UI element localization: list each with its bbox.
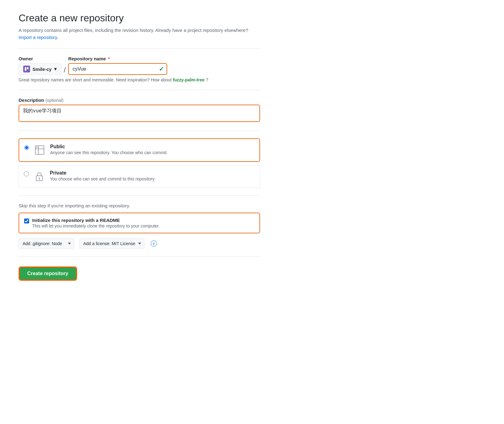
description-input[interactable]: 我的vue学习项目 bbox=[19, 105, 260, 122]
private-repo-icon bbox=[33, 170, 46, 183]
public-option-content: Public Anyone can see this repository. Y… bbox=[50, 144, 168, 155]
slash-separator: / bbox=[64, 66, 66, 74]
description-group: Description (optional) 我的vue学习项目 bbox=[19, 97, 260, 123]
private-option-content: Private You choose who can see and commi… bbox=[50, 170, 155, 181]
svg-rect-1 bbox=[27, 67, 28, 69]
owner-name: Smile-cy bbox=[33, 67, 52, 72]
repo-name-field: Repository name * ✓ bbox=[68, 56, 167, 75]
page-subtitle: A repository contains all project files,… bbox=[19, 27, 260, 41]
divider-top bbox=[19, 48, 260, 49]
divider-visibility bbox=[19, 131, 260, 131]
repo-name-wrap: ✓ bbox=[68, 63, 167, 75]
private-radio[interactable] bbox=[24, 171, 29, 176]
readme-checkbox[interactable] bbox=[24, 218, 29, 223]
readme-title: Initialize this repository with a README bbox=[32, 218, 160, 223]
readme-desc: This will let you immediately clone the … bbox=[32, 223, 160, 228]
public-option-desc: Anyone can see this repository. You choo… bbox=[50, 150, 168, 155]
divider-description bbox=[19, 90, 260, 90]
owner-label: Owner bbox=[19, 56, 61, 61]
svg-point-5 bbox=[36, 147, 37, 148]
owner-field: Owner Smile-cy ▾ bbox=[19, 56, 61, 75]
svg-rect-0 bbox=[25, 67, 26, 71]
import-link[interactable]: Import a repository. bbox=[19, 35, 58, 40]
public-option[interactable]: Public Anyone can see this repository. Y… bbox=[19, 138, 260, 162]
public-option-title: Public bbox=[50, 144, 168, 149]
description-label: Description (optional) bbox=[19, 97, 260, 103]
owner-repo-row: Owner Smile-cy ▾ / Repository name * ✓ bbox=[19, 56, 260, 75]
repo-name-label: Repository name * bbox=[68, 56, 167, 61]
divider-init bbox=[19, 195, 260, 196]
readme-content: Initialize this repository with a README… bbox=[32, 218, 160, 228]
dropdowns-row: Add .gitignore: Node None Python Java Ad… bbox=[19, 238, 260, 249]
create-repository-button[interactable]: Create repository bbox=[19, 267, 76, 280]
dropdown-arrow-icon: ▾ bbox=[54, 66, 57, 72]
private-option-desc: You choose who can see and commit to thi… bbox=[50, 176, 155, 181]
required-indicator: * bbox=[108, 56, 110, 61]
divider-submit bbox=[19, 256, 260, 257]
valid-check-icon: ✓ bbox=[159, 65, 164, 73]
public-radio[interactable] bbox=[24, 145, 29, 150]
repo-name-input[interactable] bbox=[68, 63, 167, 75]
license-select[interactable]: Add a license: MIT License None Apache L… bbox=[79, 238, 145, 249]
skip-text: Skip this step if you're importing an ex… bbox=[19, 203, 260, 208]
license-info-icon[interactable]: i bbox=[151, 240, 157, 247]
owner-avatar bbox=[23, 66, 30, 72]
create-button-wrap: Create repository bbox=[19, 266, 77, 281]
suggestion-text: Great repository names are short and mem… bbox=[19, 77, 260, 82]
readme-checkbox-row[interactable]: Initialize this repository with a README… bbox=[19, 213, 260, 233]
gitignore-select[interactable]: Add .gitignore: Node None Python Java bbox=[19, 238, 74, 249]
svg-point-7 bbox=[39, 178, 40, 179]
page-title: Create a new repository bbox=[19, 12, 260, 24]
private-option-title: Private bbox=[50, 170, 155, 176]
public-repo-icon bbox=[33, 144, 46, 156]
owner-button[interactable]: Smile-cy ▾ bbox=[19, 63, 61, 75]
suggestion-link[interactable]: fuzzy-palm-tree bbox=[173, 77, 205, 82]
private-option[interactable]: Private You choose who can see and commi… bbox=[19, 165, 260, 188]
